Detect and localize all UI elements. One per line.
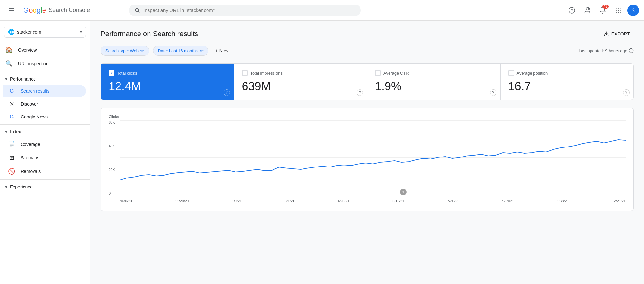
y-label-40k: 40K: [109, 144, 118, 148]
metric-ctr-header: Average CTR: [375, 70, 493, 76]
export-label: EXPORT: [611, 31, 630, 36]
metric-average-position[interactable]: Average position 16.7 ?: [501, 64, 634, 100]
line-chart: [120, 120, 626, 195]
layout: 🌐 stacker.com ▾ 🏠 Overview 🔍 URL inspect…: [0, 21, 644, 284]
sidebar-item-overview[interactable]: 🏠 Overview: [0, 43, 86, 57]
edit-icon-1: ✏: [140, 48, 144, 53]
export-button[interactable]: EXPORT: [600, 28, 634, 39]
help-button[interactable]: ?: [565, 4, 578, 17]
svg-point-5: [620, 8, 621, 9]
metric-clicks-header: ✓ Total clicks: [109, 70, 226, 76]
index-subnav: 📄 Coverage ⊞ Sitemaps 🚫 Removals: [0, 137, 90, 178]
new-filter-label: + New: [216, 48, 228, 53]
main-content: Performance on Search results EXPORT Sea…: [90, 21, 644, 284]
metric-clicks-help[interactable]: ?: [224, 89, 230, 96]
date-label: Date: Last 16 months: [158, 48, 198, 53]
x-label-5: 6/10/21: [392, 199, 404, 203]
new-filter-button[interactable]: + New: [212, 46, 232, 55]
chart-container: Clicks 60K 40K 20K 0: [101, 108, 634, 211]
x-axis-line: [120, 195, 626, 195]
metric-position-help[interactable]: ?: [623, 89, 630, 96]
metric-impressions-header: Total impressions: [242, 70, 360, 76]
nav-divider-2: [0, 72, 90, 72]
avatar[interactable]: K: [627, 5, 639, 16]
x-label-6: 7/30/21: [447, 199, 459, 203]
metric-total-clicks[interactable]: ✓ Total clicks 12.4M ?: [101, 64, 234, 100]
help-icon: ?: [568, 7, 575, 14]
search-input[interactable]: [143, 7, 356, 13]
sidebar-item-url-inspection-label: URL inspection: [18, 61, 48, 66]
svg-point-7: [618, 10, 619, 11]
metric-average-ctr[interactable]: Average CTR 1.9% ?: [367, 64, 501, 100]
collapse-icon-2: ▾: [5, 129, 7, 134]
svg-point-9: [616, 12, 617, 13]
page-header: Performance on Search results EXPORT: [101, 28, 634, 39]
y-label-0: 0: [109, 191, 118, 195]
svg-point-6: [616, 10, 617, 11]
sidebar-item-google-news[interactable]: G Google News: [3, 111, 86, 123]
checkmark-icon: ✓: [110, 71, 113, 76]
account-button[interactable]: [581, 4, 594, 17]
svg-point-15: [631, 50, 631, 50]
performance-subnav: G Search results ✳ Discover G Google New…: [0, 85, 90, 123]
discover-icon: ✳: [8, 100, 15, 107]
svg-point-3: [616, 8, 617, 9]
metric-impressions-help[interactable]: ?: [357, 89, 363, 96]
x-label-3: 3/1/21: [285, 199, 295, 203]
property-name: stacker.com: [17, 29, 77, 35]
search-bar[interactable]: [129, 5, 361, 16]
property-selector[interactable]: 🌐 stacker.com ▾: [4, 26, 86, 38]
sidebar-item-sitemaps[interactable]: ⊞ Sitemaps: [3, 151, 86, 165]
metric-impressions-label: Total impressions: [250, 71, 283, 76]
metric-ctr-label: Average CTR: [383, 71, 409, 76]
x-label-4: 4/20/21: [338, 199, 350, 203]
x-label-9: 12/29/21: [612, 199, 626, 203]
logo[interactable]: Google Search Console: [23, 6, 90, 15]
sidebar-item-overview-label: Overview: [18, 47, 37, 53]
info-icon: [629, 48, 634, 53]
y-label-20k: 20K: [109, 168, 118, 172]
collapse-icon: ▾: [5, 76, 7, 82]
sidebar-item-search-results[interactable]: G Search results: [3, 85, 86, 97]
hamburger-icon: [9, 7, 14, 13]
metric-ctr-value: 1.9%: [375, 80, 493, 93]
sidebar-item-discover-label: Discover: [21, 101, 38, 107]
sidebar-item-discover[interactable]: ✳ Discover: [3, 97, 86, 111]
sidebar-section-performance[interactable]: ▾ Performance: [0, 73, 90, 85]
apps-button[interactable]: [612, 4, 625, 17]
sidebar-item-coverage[interactable]: 📄 Coverage: [3, 137, 86, 151]
metric-position-value: 16.7: [508, 80, 626, 93]
sidebar: 🌐 stacker.com ▾ 🏠 Overview 🔍 URL inspect…: [0, 21, 90, 284]
chart-y-label: Clicks: [109, 115, 626, 119]
sitemaps-icon: ⊞: [8, 154, 15, 161]
search-type-filter[interactable]: Search type: Web ✏: [101, 46, 149, 56]
sidebar-item-removals[interactable]: 🚫 Removals: [3, 165, 86, 178]
x-label-0: 9/30/20: [120, 199, 132, 203]
date-filter[interactable]: Date: Last 16 months ✏: [153, 46, 208, 56]
x-label-1: 11/20/20: [175, 199, 189, 203]
chart-marker: 1: [400, 189, 407, 195]
last-updated: Last updated: 9 hours ago: [579, 48, 634, 53]
topbar-left: Google Search Console: [5, 4, 121, 17]
x-label-2: 1/9/21: [232, 199, 242, 203]
metric-total-impressions[interactable]: Total impressions 639M ?: [234, 64, 368, 100]
x-axis-labels: 9/30/20 11/20/20 1/9/21 3/1/21 4/20/21 6…: [120, 199, 626, 203]
sidebar-item-url-inspection[interactable]: 🔍 URL inspection: [0, 57, 86, 70]
metric-impressions-value: 639M: [242, 80, 360, 93]
notification-button-wrapper: 43: [596, 4, 609, 17]
news-icon: G: [8, 114, 15, 120]
apps-icon: [615, 7, 622, 14]
svg-point-4: [618, 8, 619, 9]
metric-clicks-checkbox: ✓: [109, 70, 114, 76]
metric-position-label: Average position: [517, 71, 548, 76]
removals-icon: 🚫: [8, 168, 15, 175]
sidebar-item-removals-label: Removals: [21, 169, 41, 174]
menu-button[interactable]: [5, 4, 18, 17]
topbar-right: ? 43: [565, 4, 639, 17]
sidebar-section-index[interactable]: ▾ Index: [0, 126, 90, 137]
sidebar-item-search-results-label: Search results: [21, 88, 49, 94]
sidebar-section-experience[interactable]: ▾ Experience: [0, 181, 90, 193]
chart-line: [120, 140, 626, 180]
metric-ctr-help[interactable]: ?: [490, 89, 496, 96]
search-icon: 🔍: [5, 60, 13, 67]
